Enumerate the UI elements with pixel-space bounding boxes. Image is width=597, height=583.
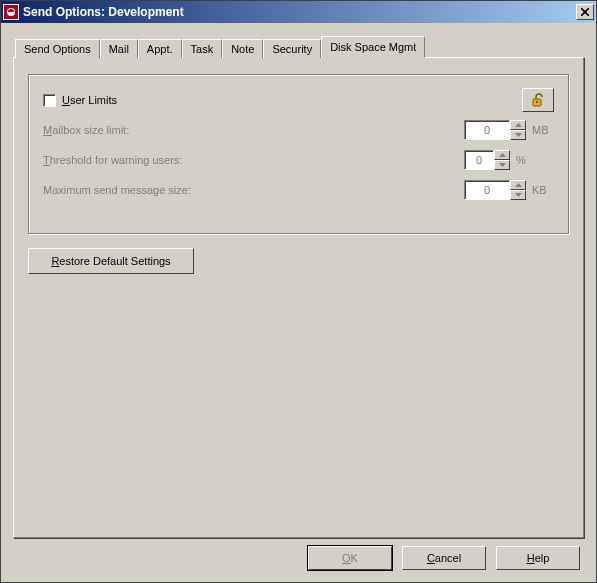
threshold-spin-buttons <box>494 150 510 170</box>
mailbox-limit-unit: MB <box>532 124 554 136</box>
titlebar: Send Options: Development <box>1 1 596 23</box>
cancel-button[interactable]: Cancel <box>402 546 486 570</box>
ok-button[interactable]: OK <box>308 546 392 570</box>
user-limits-row: User Limits <box>43 85 554 115</box>
maxsend-up[interactable] <box>510 180 526 190</box>
tab-task[interactable]: Task <box>182 39 223 58</box>
client-area: Send Options Mail Appt. Task Note Securi… <box>1 23 596 582</box>
threshold-row: Threshold for warning users: % <box>43 145 554 175</box>
mailbox-limit-input[interactable] <box>464 120 510 140</box>
window-title: Send Options: Development <box>23 5 576 19</box>
close-button[interactable] <box>576 4 594 20</box>
tabstrip: Send Options Mail Appt. Task Note Securi… <box>15 35 584 57</box>
svg-marker-7 <box>515 183 522 187</box>
svg-marker-4 <box>515 133 522 137</box>
dialog-buttons: OK Cancel Help <box>13 538 584 574</box>
maxsend-down[interactable] <box>510 190 526 200</box>
threshold-spinner <box>464 150 510 170</box>
maxsend-label: Maximum send message size: <box>43 184 464 196</box>
threshold-input[interactable] <box>464 150 494 170</box>
threshold-up[interactable] <box>494 150 510 160</box>
svg-marker-3 <box>515 123 522 127</box>
svg-point-2 <box>536 101 538 103</box>
threshold-down[interactable] <box>494 160 510 170</box>
send-options-window: Send Options: Development Send Options M… <box>0 0 597 583</box>
svg-marker-5 <box>499 153 506 157</box>
unlock-icon <box>530 92 546 108</box>
tabpane-disk-space: User Limits Mailbox size limit: <box>13 57 584 538</box>
maxsend-spin-buttons <box>510 180 526 200</box>
mailbox-limit-spinner <box>464 120 526 140</box>
help-button[interactable]: Help <box>496 546 580 570</box>
restore-defaults-button[interactable]: Restore Default Settings <box>28 248 194 274</box>
svg-marker-6 <box>499 163 506 167</box>
maxsend-input[interactable] <box>464 180 510 200</box>
mailbox-limit-up[interactable] <box>510 120 526 130</box>
tab-note[interactable]: Note <box>222 39 263 58</box>
tab-security[interactable]: Security <box>263 39 321 58</box>
mailbox-limit-label: Mailbox size limit: <box>43 124 464 136</box>
threshold-label: Threshold for warning users: <box>43 154 464 166</box>
mailbox-limit-down[interactable] <box>510 130 526 140</box>
threshold-unit: % <box>516 154 554 166</box>
user-limits-group: User Limits Mailbox size limit: <box>28 74 569 234</box>
mailbox-limit-row: Mailbox size limit: MB <box>43 115 554 145</box>
mailbox-limit-spin-buttons <box>510 120 526 140</box>
svg-marker-8 <box>515 193 522 197</box>
maxsend-spinner <box>464 180 526 200</box>
user-limits-label: User Limits <box>62 94 522 106</box>
tab-send-options[interactable]: Send Options <box>15 39 100 58</box>
maxsend-unit: KB <box>532 184 554 196</box>
tab-appt[interactable]: Appt. <box>138 39 182 58</box>
user-limits-checkbox[interactable] <box>43 94 56 107</box>
tab-mail[interactable]: Mail <box>100 39 138 58</box>
tab-disk-space-mgmt[interactable]: Disk Space Mgmt <box>321 36 425 58</box>
app-icon <box>3 4 19 20</box>
maxsend-row: Maximum send message size: KB <box>43 175 554 205</box>
lock-button[interactable] <box>522 88 554 112</box>
